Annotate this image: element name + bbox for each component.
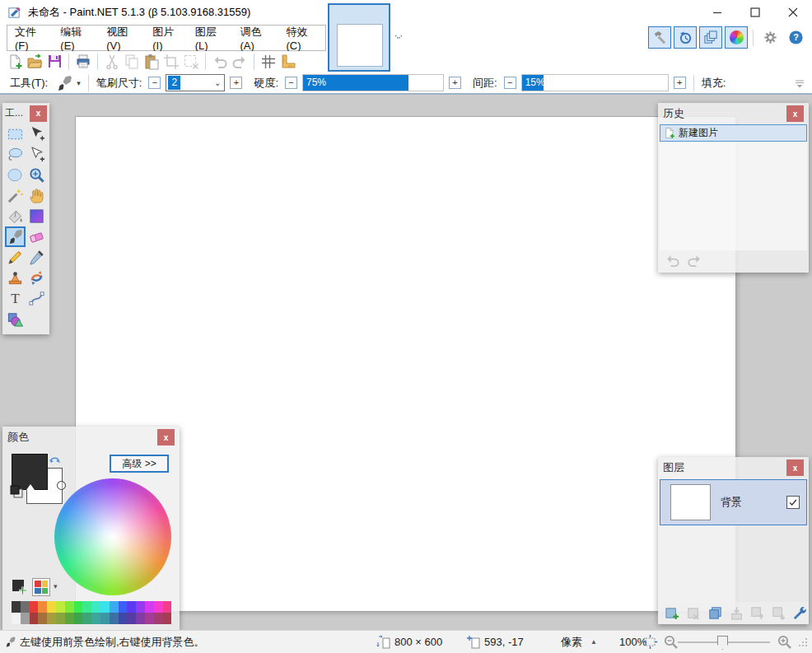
save-button[interactable]: [44, 52, 64, 72]
hardness-increment[interactable]: +: [449, 77, 461, 89]
palette-swatch[interactable]: [100, 601, 110, 613]
palette-swatch[interactable]: [47, 613, 56, 624]
tool-lasso-select[interactable]: [5, 144, 26, 165]
zoom-to-window-button[interactable]: [642, 631, 658, 653]
layer-item[interactable]: 背景: [660, 479, 807, 525]
zoom-slider-thumb[interactable]: [717, 636, 728, 650]
tool-pencil[interactable]: [5, 247, 26, 268]
minimize-button[interactable]: [698, 0, 736, 25]
tool-text[interactable]: T: [5, 288, 26, 309]
add-color-button[interactable]: [11, 578, 29, 596]
unit-selector[interactable]: 像素 ▲: [561, 631, 597, 653]
colors-toggle-button[interactable]: [725, 26, 748, 49]
palette-swatch[interactable]: [110, 601, 119, 613]
undo-button[interactable]: [210, 52, 230, 72]
tools-toggle-button[interactable]: [648, 26, 671, 49]
palette-swatch[interactable]: [65, 613, 74, 624]
palette-swatch[interactable]: [127, 601, 136, 613]
palette-swatch[interactable]: [91, 601, 100, 613]
history-redo-button[interactable]: [687, 253, 702, 271]
deselect-button[interactable]: [181, 52, 201, 72]
palette-swatch[interactable]: [91, 613, 100, 624]
tool-rectangle-select[interactable]: [5, 124, 26, 144]
palette-swatch[interactable]: [136, 613, 145, 624]
palette-swatch[interactable]: [21, 613, 30, 624]
open-button[interactable]: [25, 52, 44, 72]
fill-dropdown[interactable]: [794, 77, 805, 89]
palette-swatch[interactable]: [154, 613, 163, 624]
tool-paint-bucket[interactable]: [5, 206, 26, 226]
palette-swatch[interactable]: [56, 601, 65, 613]
hardness-decrement[interactable]: −: [285, 77, 297, 89]
history-item[interactable]: 新建图片: [660, 124, 807, 142]
tool-ellipse-select[interactable]: [5, 165, 26, 185]
palette-swatch[interactable]: [100, 613, 110, 624]
menu-item-4[interactable]: 图层(L): [188, 27, 233, 49]
palette-swatch[interactable]: [119, 613, 128, 624]
menu-item-6[interactable]: 特效(C): [278, 27, 325, 49]
redo-button[interactable]: [230, 52, 250, 72]
tool-shapes[interactable]: [5, 309, 26, 329]
spacing-decrement[interactable]: −: [504, 77, 516, 89]
palette-swatch[interactable]: [65, 601, 74, 613]
palette-swatch[interactable]: [145, 601, 154, 613]
fg-bg-mini-icon[interactable]: [9, 484, 26, 501]
history-undo-button[interactable]: [665, 253, 680, 271]
palette-swatch[interactable]: [110, 613, 119, 624]
active-tool-dropdown[interactable]: ▾: [77, 79, 81, 87]
palette-swatch[interactable]: [12, 613, 21, 624]
color-wheel-cursor[interactable]: [57, 481, 66, 490]
palette-swatch[interactable]: [127, 613, 136, 624]
crop-button[interactable]: [161, 52, 181, 72]
layers-toggle-button[interactable]: [699, 26, 722, 49]
tool-clone-stamp[interactable]: [5, 268, 26, 288]
palette-swatch[interactable]: [136, 601, 145, 613]
advanced-colors-button[interactable]: 高级 >>: [110, 455, 169, 473]
grid-button[interactable]: [259, 52, 278, 72]
history-toggle-button[interactable]: [674, 26, 697, 49]
print-button[interactable]: [73, 52, 93, 72]
image-list-dropdown[interactable]: [393, 31, 404, 43]
tool-paintbrush[interactable]: [5, 226, 26, 247]
palette-swatch[interactable]: [21, 601, 30, 613]
move-layer-down-button[interactable]: [770, 604, 787, 622]
tool-move-selected-pixels[interactable]: [26, 124, 47, 144]
menu-item-3[interactable]: 图片(I): [145, 27, 188, 49]
palette-swatch[interactable]: [38, 601, 47, 613]
palette-swatch[interactable]: [30, 601, 39, 613]
palette-menu-caret[interactable]: ▾: [54, 582, 58, 590]
menu-item-1[interactable]: 编辑(E): [53, 27, 99, 49]
palette-swatch[interactable]: [47, 601, 56, 613]
palette-swatch[interactable]: [163, 601, 172, 613]
zoom-in-button[interactable]: [777, 631, 792, 653]
tool-gradient[interactable]: [26, 206, 47, 226]
merge-layer-down-button[interactable]: [728, 604, 745, 622]
ruler-button[interactable]: [278, 52, 298, 72]
palette-swatch[interactable]: [82, 601, 91, 613]
settings-button[interactable]: [758, 26, 782, 49]
image-list-active-thumbnail[interactable]: [328, 3, 390, 72]
maximize-button[interactable]: [736, 0, 774, 25]
tool-eraser[interactable]: [26, 226, 47, 247]
swap-colors-icon[interactable]: [49, 453, 61, 465]
hardness-slider[interactable]: 75%: [302, 74, 444, 91]
palette-swatch[interactable]: [38, 613, 47, 624]
tool-recolor[interactable]: [26, 268, 47, 288]
new-file-button[interactable]: [5, 52, 25, 72]
palette-swatch[interactable]: [119, 601, 128, 613]
brush-size-combo[interactable]: 2 ⌄: [166, 74, 225, 91]
palette-swatch[interactable]: [82, 613, 91, 624]
palette-swatch[interactable]: [145, 613, 154, 624]
tool-move-selection[interactable]: [26, 144, 47, 165]
layer-properties-button[interactable]: [791, 604, 809, 622]
palette-swatch[interactable]: [56, 613, 65, 624]
close-button[interactable]: [774, 0, 812, 25]
palette-menu-button[interactable]: [32, 578, 50, 596]
spacing-slider[interactable]: 15%: [521, 74, 669, 91]
copy-button[interactable]: [122, 52, 142, 72]
cut-button[interactable]: [102, 52, 122, 72]
palette-swatch[interactable]: [74, 613, 83, 624]
paste-button[interactable]: [142, 52, 161, 72]
palette-swatch[interactable]: [74, 601, 83, 613]
palette-swatch[interactable]: [154, 601, 163, 613]
